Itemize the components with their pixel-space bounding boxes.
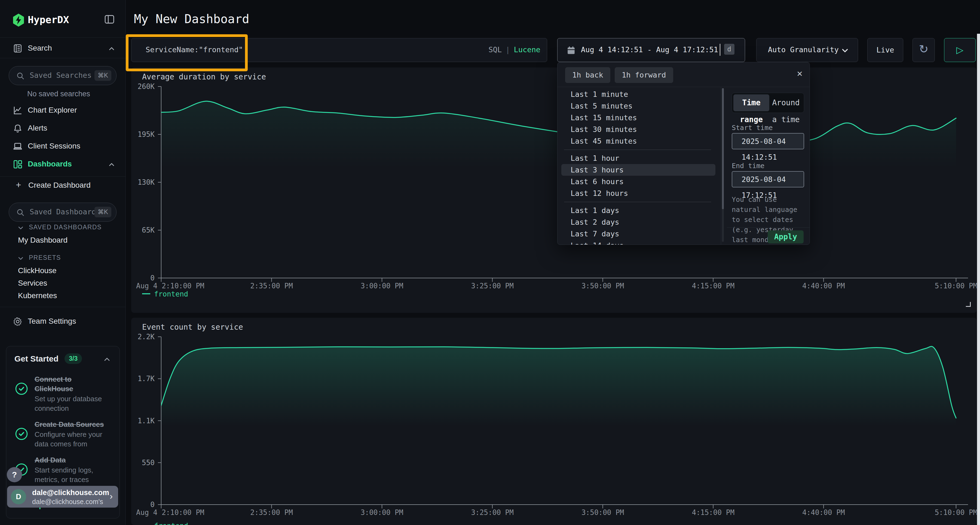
sidebar-item-label: Alerts: [28, 124, 48, 132]
chart-panel-event-count: Event count by service frontend 05501.1K…: [131, 318, 977, 525]
quick-range-last-1-minute[interactable]: Last 1 minute: [561, 89, 715, 100]
user-email: dale@clickhouse.com: [32, 489, 109, 497]
brand-name: HyperDX: [28, 14, 69, 25]
checklist-item-desc: Configure where your data comes from: [35, 430, 110, 449]
page-scrollbar[interactable]: [977, 34, 980, 525]
chevron-up-icon[interactable]: [103, 355, 111, 365]
page-title: My New Dashboard: [134, 12, 249, 26]
lucene-toggle[interactable]: Lucene: [514, 45, 540, 54]
chevron-up-icon[interactable]: [108, 44, 116, 54]
y-tick-label: 0: [150, 501, 154, 509]
quick-range-last-1-days[interactable]: Last 1 days: [561, 205, 715, 216]
toggle-divider: |: [506, 45, 510, 54]
shortcut-badge: ⌘K: [94, 70, 111, 81]
sql-toggle[interactable]: SQL: [488, 45, 502, 54]
checklist-item[interactable]: Connect to ClickHouseSet up your databas…: [14, 374, 119, 413]
close-icon[interactable]: ✕: [797, 68, 802, 79]
create-dashboard-button[interactable]: + Create Dashboard: [0, 179, 126, 192]
checklist-item[interactable]: Create Data SourcesConfigure where your …: [14, 420, 119, 449]
sidebar-item-dashboards[interactable]: Dashboards: [0, 158, 126, 171]
time-picker-detail: Time range Around a time Start time 2025…: [727, 87, 810, 244]
section-header-presets[interactable]: PRESETS: [0, 251, 126, 265]
divider: [0, 37, 126, 38]
sidebar-item-label: Chart Explorer: [28, 106, 77, 114]
checklist-item-desc: Start sending logs, metrics, or traces: [35, 465, 110, 484]
sidebar-item-my-dashboard[interactable]: My Dashboard: [0, 234, 126, 246]
get-started-header[interactable]: Get Started 3/3: [14, 353, 119, 368]
quick-range-last-14-days[interactable]: Last 14 days: [561, 240, 715, 244]
x-tick-label: 3:50:00 PM: [581, 508, 624, 517]
quick-range-last-1-hour[interactable]: Last 1 hour: [561, 152, 715, 164]
quick-range-last-3-hours[interactable]: Last 3 hours: [561, 164, 715, 176]
section-label: SAVED DASHBOARDS: [29, 224, 102, 231]
plus-icon: +: [16, 179, 21, 190]
date-range-value: Aug 4 14:12:51 - Aug 4 17:12:51: [581, 45, 718, 54]
sidebar-item-team-settings[interactable]: Team Settings: [0, 316, 126, 328]
x-tick-label: 3:00:00 PM: [361, 282, 403, 290]
tab-time-range[interactable]: Time range: [733, 94, 769, 111]
get-started-title: Get Started: [14, 354, 59, 363]
y-tick-label: 130K: [137, 178, 154, 186]
sidebar-item-clickhouse[interactable]: ClickHouse: [0, 265, 126, 277]
sidebar-item-kubernetes[interactable]: Kubernetes: [0, 289, 126, 302]
granularity-select[interactable]: Auto Granularity: [756, 38, 858, 62]
quick-range-last-5-minutes[interactable]: Last 5 minutes: [561, 100, 715, 112]
shift-1h-back-button[interactable]: 1h back: [565, 67, 610, 83]
checklist-item-title: Add Data: [35, 455, 110, 465]
granularity-value: Auto Granularity: [768, 45, 839, 54]
x-tick-label: 3:25:00 PM: [471, 508, 514, 517]
checklist-item-title: Create Data Sources: [35, 420, 110, 429]
quick-range-last-2-days[interactable]: Last 2 days: [561, 216, 715, 228]
hyperdx-logo-icon: [12, 13, 25, 28]
quick-range-last-12-hours[interactable]: Last 12 hours: [561, 187, 715, 199]
x-tick-label: 3:25:00 PM: [471, 282, 514, 290]
x-tick-label: 2:35:00 PM: [250, 508, 293, 517]
quick-range-last-6-hours[interactable]: Last 6 hours: [561, 176, 715, 187]
x-tick-label: 4:40:00 PM: [802, 508, 845, 517]
checklist-item[interactable]: Add DataStart sending logs, metrics, or …: [14, 455, 119, 484]
chevron-up-icon[interactable]: [108, 160, 116, 170]
time-range-picker-popup: 1h back 1h forward ✕ Last 1 minuteLast 5…: [557, 62, 810, 245]
date-range-input[interactable]: Aug 4 14:12:51 - Aug 4 17:12:51 d: [557, 38, 745, 62]
quick-range-last-45-minutes[interactable]: Last 45 minutes: [561, 135, 715, 147]
refresh-icon: ↻: [919, 43, 928, 56]
sidebar-item-chart-explorer[interactable]: Chart Explorer: [0, 105, 126, 117]
sidebar-item-search[interactable]: Search: [0, 43, 126, 55]
search-icon: [16, 208, 25, 218]
saved-searches-input[interactable]: Saved Searches ⌘K: [9, 66, 116, 85]
play-button[interactable]: ▷: [944, 38, 976, 62]
y-tick-label: 550: [142, 458, 154, 467]
apply-button[interactable]: Apply: [768, 230, 803, 243]
query-input[interactable]: ServiceName:"frontend" SQL|Lucene: [131, 38, 547, 62]
quick-range-last-7-days[interactable]: Last 7 days: [561, 228, 715, 240]
start-time-input[interactable]: 2025-08-04 14:12:51: [732, 133, 804, 149]
search-icon: [16, 71, 25, 81]
live-button[interactable]: Live: [867, 38, 903, 62]
scrollbar-thumb[interactable]: [722, 88, 724, 209]
x-tick-label: Aug 4 2:10:00 PM: [136, 282, 204, 290]
sidebar-item-client-sessions[interactable]: Client Sessions: [0, 140, 126, 153]
refresh-button[interactable]: ↻: [913, 38, 935, 62]
checklist-item-content: Add DataStart sending logs, metrics, or …: [35, 455, 110, 484]
x-tick-label: 5:10:00 PM: [935, 282, 977, 290]
quick-range-last-30-minutes[interactable]: Last 30 minutes: [561, 124, 715, 135]
section-header-saved-dashboards[interactable]: SAVED DASHBOARDS: [0, 221, 126, 234]
sidebar-collapse-icon[interactable]: [104, 14, 115, 26]
x-tick-label: 3:00:00 PM: [361, 508, 403, 517]
quick-range-last-15-minutes[interactable]: Last 15 minutes: [561, 112, 715, 124]
sidebar-sections: SAVED DASHBOARDSMy DashboardPRESETSClick…: [0, 221, 126, 302]
tab-around-a-time[interactable]: Around a time: [769, 94, 802, 111]
time-picker-tabs: Time range Around a time: [732, 93, 804, 113]
end-time-label: End time: [732, 162, 764, 170]
sidebar-item-services[interactable]: Services: [0, 277, 126, 289]
divider: [0, 58, 126, 58]
y-tick-label: 1.1K: [137, 417, 154, 425]
calendar-icon: [566, 45, 576, 56]
saved-dashboards-input[interactable]: Saved Dashboards ⌘K: [9, 203, 116, 222]
end-time-input[interactable]: 2025-08-04 17:12:51: [732, 171, 804, 187]
get-started-checklist: Connect to ClickHouseSet up your databas…: [14, 374, 119, 484]
sidebar-item-alerts[interactable]: Alerts: [0, 122, 126, 135]
shift-1h-forward-button[interactable]: 1h forward: [615, 67, 673, 83]
help-button[interactable]: ?: [7, 467, 22, 482]
user-menu[interactable]: D dale@clickhouse.com dale@clickhouse.co…: [7, 486, 118, 508]
